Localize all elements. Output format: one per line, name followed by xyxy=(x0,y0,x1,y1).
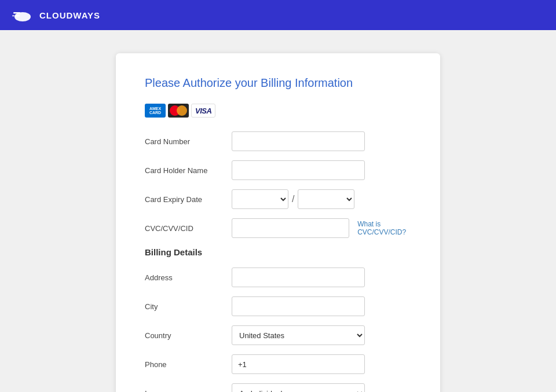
cloudways-logo-icon xyxy=(12,8,34,23)
mastercard-icon xyxy=(168,104,189,118)
address-input[interactable] xyxy=(232,268,365,287)
cvc-input[interactable] xyxy=(232,218,349,238)
expiry-year-select[interactable]: 2024 2025 2026 2027 2028 2029 2030 xyxy=(298,189,354,209)
svg-rect-2 xyxy=(15,15,20,17)
city-group: City xyxy=(145,296,411,316)
country-select[interactable]: United States United Kingdom Canada Aust… xyxy=(232,325,365,345)
cvc-label: CVC/CVV/CID xyxy=(145,224,232,233)
expiry-month-select[interactable]: 01 02 03 04 05 06 07 08 09 10 11 12 xyxy=(232,189,288,209)
cvc-row: What is CVC/CVV/CID? xyxy=(232,218,422,238)
mc-circle-right xyxy=(177,105,187,116)
visa-icon: VISA xyxy=(191,104,215,118)
country-group: Country United States United Kingdom Can… xyxy=(145,325,411,345)
billing-card: Please Authorize your Billing Informatio… xyxy=(116,53,440,392)
country-label: Country xyxy=(145,331,232,340)
card-holder-group: Card Holder Name xyxy=(145,160,411,180)
expiry-separator: / xyxy=(292,194,294,204)
header: CLOUDWAYS xyxy=(0,0,556,30)
city-label: City xyxy=(145,302,232,311)
expiry-selects: 01 02 03 04 05 06 07 08 09 10 11 12 / 20… xyxy=(232,189,354,209)
visa-label: VISA xyxy=(195,107,211,115)
card-brands: AMEXCARD VISA xyxy=(145,104,411,118)
i-am-label: I am xyxy=(145,389,232,393)
header-title: CLOUDWAYS xyxy=(39,10,100,20)
logo: CLOUDWAYS xyxy=(12,8,100,23)
amex-label: AMEXCARD xyxy=(149,107,161,115)
card-expiry-group: Card Expiry Date 01 02 03 04 05 06 07 08… xyxy=(145,189,411,209)
page-title: Please Authorize your Billing Informatio… xyxy=(145,76,411,90)
svg-rect-1 xyxy=(13,12,20,14)
main-content: Please Authorize your Billing Informatio… xyxy=(0,30,556,392)
card-number-label: Card Number xyxy=(145,137,232,146)
phone-group: Phone xyxy=(145,354,411,374)
address-label: Address xyxy=(145,273,232,282)
card-number-input[interactable] xyxy=(232,131,365,151)
card-holder-input[interactable] xyxy=(232,160,365,180)
billing-section-title: Billing Details xyxy=(145,247,411,257)
cvc-group: CVC/CVV/CID What is CVC/CVV/CID? xyxy=(145,218,411,238)
card-holder-label: Card Holder Name xyxy=(145,166,232,175)
i-am-select[interactable]: An Individual A Business xyxy=(232,383,365,392)
address-group: Address xyxy=(145,268,411,287)
card-expiry-label: Card Expiry Date xyxy=(145,195,232,204)
amex-icon: AMEXCARD xyxy=(145,104,166,118)
svg-rect-3 xyxy=(12,15,14,17)
phone-input[interactable] xyxy=(232,354,365,374)
phone-label: Phone xyxy=(145,360,232,369)
cvc-help-link[interactable]: What is CVC/CVV/CID? xyxy=(357,220,422,236)
i-am-group: I am An Individual A Business xyxy=(145,383,411,392)
city-input[interactable] xyxy=(232,296,365,316)
card-number-group: Card Number xyxy=(145,131,411,151)
